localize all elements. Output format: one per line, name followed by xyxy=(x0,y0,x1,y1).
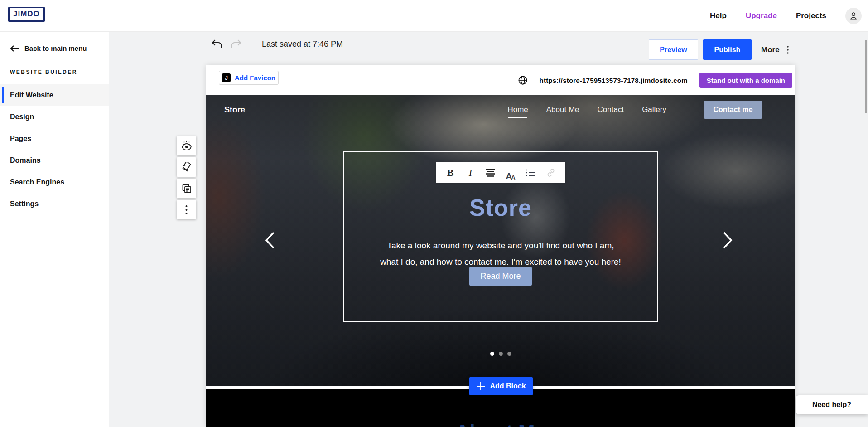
preview-button[interactable]: Preview xyxy=(649,39,698,60)
bullet-list-icon[interactable] xyxy=(523,165,538,180)
last-saved-status: Last saved at 7:46 PM xyxy=(262,39,343,49)
hero-paragraph[interactable]: Take a look around my website and you'll… xyxy=(378,238,623,270)
scrollbar-thumb[interactable] xyxy=(865,40,867,113)
about-me-title: About Me xyxy=(206,421,795,427)
jimdo-logo[interactable]: JIMDO xyxy=(8,7,45,22)
hero-block[interactable]: Store Home About Me Contact Gallery Cont… xyxy=(206,95,795,386)
add-favicon-button[interactable]: J Add Favicon xyxy=(219,71,279,85)
add-favicon-label: Add Favicon xyxy=(235,74,275,82)
font-size-icon[interactable]: A A xyxy=(503,165,518,180)
sidebar-item-edit-website[interactable]: Edit Website xyxy=(0,84,109,106)
duplicate-block-button[interactable] xyxy=(177,179,196,198)
contact-me-button[interactable]: Contact me xyxy=(704,101,762,119)
add-block-button[interactable]: Add Block xyxy=(469,377,533,395)
carousel-dot-2[interactable] xyxy=(499,352,503,356)
favicon-bar: J Add Favicon https://store-1759513573-7… xyxy=(206,65,795,95)
globe-icon xyxy=(518,75,528,85)
undo-button[interactable] xyxy=(209,36,225,52)
sidebar-item-domains[interactable]: Domains xyxy=(0,150,109,171)
domain-upsell-button[interactable]: Stand out with a domain xyxy=(699,73,792,88)
nav-link-gallery[interactable]: Gallery xyxy=(642,105,666,114)
sidebar-item-label: Settings xyxy=(10,200,39,208)
carousel-dot-3[interactable] xyxy=(507,352,511,356)
undo-icon xyxy=(211,39,223,49)
app-header: JIMDO Help Upgrade Projects xyxy=(0,0,868,32)
website-canvas: J Add Favicon https://store-1759513573-7… xyxy=(206,65,795,427)
sidebar-item-pages[interactable]: Pages xyxy=(0,128,109,150)
duplicate-icon xyxy=(181,183,192,194)
plus-icon xyxy=(476,382,485,391)
more-menu[interactable]: More xyxy=(761,39,789,60)
add-block-label: Add Block xyxy=(490,382,526,390)
nav-link-home[interactable]: Home xyxy=(507,105,528,114)
read-more-button[interactable]: Read More xyxy=(469,267,532,286)
link-icon[interactable] xyxy=(543,165,559,180)
need-help-button[interactable]: Need help? xyxy=(796,395,868,414)
sidebar-item-search-engines[interactable]: Search Engines xyxy=(0,171,109,193)
upgrade-link[interactable]: Upgrade xyxy=(746,11,777,20)
sidebar-item-label: Edit Website xyxy=(10,91,53,99)
sidebar-item-label: Domains xyxy=(10,156,41,165)
favicon-placeholder-icon: J xyxy=(222,73,231,82)
redo-icon xyxy=(230,39,242,49)
sidebar-item-label: Design xyxy=(10,113,34,121)
sidebar-section-title: WEBSITE BUILDER xyxy=(10,69,77,75)
account-avatar[interactable] xyxy=(845,8,862,24)
back-label: Back to main menu xyxy=(24,44,87,52)
nav-link-about-me[interactable]: About Me xyxy=(546,105,579,114)
carousel-dot-1[interactable] xyxy=(490,352,494,356)
eye-icon xyxy=(181,141,192,151)
sidebar-item-design[interactable]: Design xyxy=(0,106,109,128)
main-area: Last saved at 7:46 PM Preview Publish Mo… xyxy=(109,32,868,427)
carousel-prev-button[interactable] xyxy=(264,231,276,249)
site-navigation: Store Home About Me Contact Gallery Cont… xyxy=(206,100,795,120)
block-style-button[interactable] xyxy=(177,157,196,177)
italic-icon[interactable]: I xyxy=(463,165,478,180)
back-to-main-menu[interactable]: Back to main menu xyxy=(10,44,87,52)
more-label: More xyxy=(761,45,780,54)
align-center-icon[interactable] xyxy=(483,165,498,180)
back-arrow-icon xyxy=(10,45,19,52)
site-brand[interactable]: Store xyxy=(224,105,245,115)
sidebar: Back to main menu WEBSITE BUILDER Edit W… xyxy=(0,32,109,427)
style-swatches-icon xyxy=(181,162,192,173)
sidebar-item-label: Search Engines xyxy=(10,178,64,186)
kebab-icon xyxy=(787,46,789,54)
projects-link[interactable]: Projects xyxy=(796,11,826,20)
carousel-dots xyxy=(206,352,795,356)
sidebar-item-label: Pages xyxy=(10,135,31,143)
hide-block-button[interactable] xyxy=(177,136,196,155)
site-url-group: https://store-1759513573-7178.jimdosite.… xyxy=(518,65,792,95)
block-more-button[interactable] xyxy=(177,200,196,219)
carousel-next-button[interactable] xyxy=(722,231,733,249)
person-icon xyxy=(849,11,858,21)
kebab-icon xyxy=(185,205,188,215)
nav-link-contact[interactable]: Contact xyxy=(598,105,624,114)
hero-title[interactable]: Store xyxy=(206,194,795,221)
help-link[interactable]: Help xyxy=(710,11,727,20)
redo-button[interactable] xyxy=(228,36,244,52)
toolbar-divider xyxy=(253,37,253,51)
sidebar-item-settings[interactable]: Settings xyxy=(0,193,109,215)
site-nav-links: Home About Me Contact Gallery Contact me xyxy=(507,101,762,119)
publish-button[interactable]: Publish xyxy=(703,39,752,60)
sidebar-menu: Edit Website Design Pages Domains Search… xyxy=(0,84,109,215)
text-format-toolbar: B I A A xyxy=(436,162,565,183)
header-nav: Help Upgrade Projects xyxy=(710,0,862,32)
jimdo-website-builder: JIMDO Help Upgrade Projects xyxy=(0,0,868,427)
bold-icon[interactable]: B xyxy=(443,165,458,180)
block-tools xyxy=(177,136,196,221)
site-url[interactable]: https://store-1759513573-7178.jimdosite.… xyxy=(540,77,688,84)
